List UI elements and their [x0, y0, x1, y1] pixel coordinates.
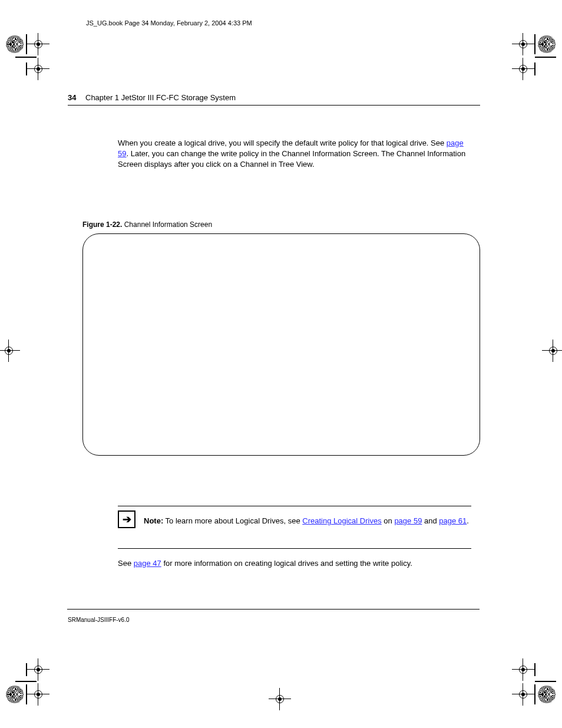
note-between: on	[382, 516, 395, 525]
figure-number: Figure 1-22.	[82, 220, 122, 229]
crop-mark-icon	[544, 342, 562, 360]
crop-mark-icon	[6, 34, 47, 78]
note-text: Note: To learn more about Logical Drives…	[144, 515, 471, 527]
figure-title: Channel Information Screen	[124, 220, 212, 229]
note-period: .	[467, 516, 469, 525]
crop-mark-icon	[514, 661, 556, 704]
note-link-1[interactable]: Creating Logical Drives	[302, 516, 381, 525]
header-rule	[68, 105, 480, 106]
post-note-after: for more information on creating logical…	[163, 559, 412, 568]
note-link-2[interactable]: page 59	[394, 516, 422, 525]
note-rule-bottom	[118, 548, 471, 549]
figure-placeholder	[82, 233, 480, 456]
figure-caption: Figure 1-22. Channel Information Screen	[82, 220, 212, 229]
chapter-heading: Chapter 1 JetStor III FC-FC Storage Syst…	[85, 93, 236, 102]
crop-mark-icon	[0, 342, 18, 360]
note-link-3[interactable]: page 61	[439, 516, 467, 525]
doc-id-footer: SRManual-JSIIIFF-v6.0	[68, 617, 129, 623]
note-suffix: and	[422, 516, 439, 525]
crop-mark-icon	[271, 690, 289, 708]
post-note-before: See	[118, 559, 134, 568]
note-rule-top	[118, 506, 471, 506]
intro-paragraph: When you create a logical drive, you wil…	[118, 138, 471, 170]
pdf-page-stamp: JS_UG.book Page 34 Monday, February 2, 2…	[86, 19, 252, 27]
note-label: Note:	[144, 516, 163, 525]
note-arrow-icon: ➔	[118, 510, 135, 528]
intro-text-after: . Later, you can change the write policy…	[118, 149, 465, 169]
post-note-link[interactable]: page 47	[134, 559, 161, 568]
crop-mark-icon	[6, 661, 47, 704]
crop-mark-icon	[514, 34, 556, 78]
note-before: To learn more about Logical Drives, see	[166, 516, 303, 525]
footer-rule	[67, 609, 480, 610]
intro-text-before: When you create a logical drive, you wil…	[118, 139, 447, 147]
page-number: 34	[68, 93, 76, 102]
post-note-paragraph: See page 47 for more information on crea…	[118, 558, 471, 569]
